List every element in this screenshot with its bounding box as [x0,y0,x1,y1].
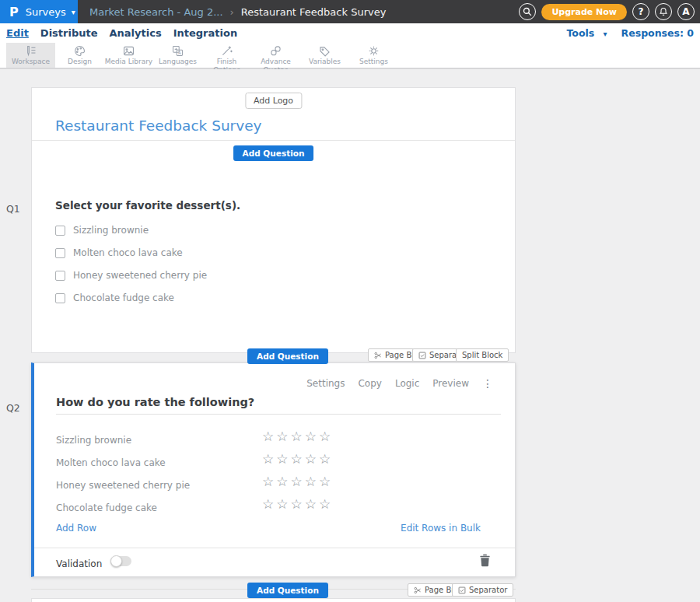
add-question-row-1: Add Question [247,348,328,364]
search-icon [523,7,532,16]
breadcrumb-chevron-icon: › [230,6,234,18]
kebab-menu-icon[interactable]: ⋮ [482,377,493,390]
divider [34,548,515,548]
star-icon[interactable]: ☆ [276,474,290,489]
avatar[interactable]: A [677,3,695,20]
q2-row-4-stars: ☆☆☆☆☆ [262,497,333,511]
toolbar-item-settings[interactable]: Settings [349,43,398,68]
star-icon[interactable]: ☆ [305,474,319,489]
trash-icon[interactable] [479,554,491,567]
list-item: Sizzling brownie [55,225,207,236]
star-icon[interactable]: ☆ [262,429,276,444]
q1-option-2-checkbox[interactable] [55,248,65,258]
star-icon[interactable]: ☆ [276,451,290,467]
tab-edit[interactable]: Edit [6,27,29,39]
q1-option-1-checkbox[interactable] [55,226,65,236]
add-row-link[interactable]: Add Row [56,523,96,534]
q1-question-text[interactable]: Select your favorite dessert(s). [55,199,240,212]
q2-rating-matrix: Sizzling brownie ☆☆☆☆☆ Molten choco lava… [56,432,501,522]
breadcrumb: Market Research - Aug 2... › Restaurant … [89,0,386,23]
q2-logic-button[interactable]: Logic [395,378,419,389]
q1-option-4-checkbox[interactable] [55,293,65,303]
star-icon[interactable]: ☆ [276,429,290,444]
q1-option-1-label[interactable]: Sizzling brownie [73,225,149,236]
star-icon[interactable]: ☆ [319,451,333,467]
toolbar-item-finish-options[interactable]: Finish Options [202,43,251,68]
q2-footer: Validation [56,555,491,568]
q2-copy-button[interactable]: Copy [358,378,381,389]
add-question-button-top[interactable]: Add Question [233,145,314,161]
separator-button-bottom[interactable]: Separator [452,583,513,597]
survey-header-card: Add Logo Restaurant Feedback Survey Add … [31,87,516,353]
questionpro-logo-area[interactable]: P Surveys ▾ [0,0,78,23]
list-item: Honey sweetened cherry pie [55,270,207,281]
tab-integration[interactable]: Integration [173,27,237,39]
star-icon[interactable]: ☆ [291,429,305,444]
toolbar-item-languages[interactable]: A Languages [153,43,202,68]
divider [32,140,515,141]
q2-row-2-label[interactable]: Molten choco lava cake [56,457,166,468]
q1-option-3-checkbox[interactable] [55,271,65,281]
star-icon[interactable]: ☆ [319,474,333,489]
q1-option-2-label[interactable]: Molten choco lava cake [73,247,183,258]
upgrade-now-button[interactable]: Upgrade Now [541,4,627,20]
breadcrumb-folder[interactable]: Market Research - Aug 2... [89,6,223,18]
palette-icon [73,44,86,58]
separator-check-icon [418,352,426,359]
notifications-button[interactable] [655,3,672,20]
star-icon[interactable]: ☆ [291,451,305,467]
add-logo-button[interactable]: Add Logo [245,93,302,109]
list-item: Molten choco lava cake [55,247,207,258]
help-button[interactable]: ? [632,3,649,20]
toolbar-item-workspace[interactable]: Workspace [6,43,55,68]
star-icon[interactable]: ☆ [262,474,276,489]
q1-option-4-label[interactable]: Chocolate fudge cake [73,292,174,303]
questionpro-logo: P [9,5,19,19]
add-question-button-mid[interactable]: Add Question [247,348,328,364]
q2-settings-button[interactable]: Settings [306,378,345,389]
tag-icon [318,44,331,58]
tools-menu[interactable]: Tools ▾ [566,27,607,39]
survey-title[interactable]: Restaurant Feedback Survey [55,117,262,134]
scissors-icon [414,586,422,594]
next-card-edge [31,598,516,602]
toolbar-item-design[interactable]: Design [55,43,104,68]
star-icon[interactable]: ☆ [319,429,333,444]
star-icon[interactable]: ☆ [305,429,319,444]
q2-question-text[interactable]: How do you rate the following? [56,396,254,408]
toolbar-item-advance-quotas[interactable]: Advance Quotas [251,43,300,68]
chevron-down-icon: ▾ [604,30,607,38]
q2-row-1-label[interactable]: Sizzling brownie [56,435,131,446]
q2-row-4-label[interactable]: Chocolate fudge cake [56,502,157,513]
tab-analytics[interactable]: Analytics [110,27,162,39]
star-icon[interactable]: ☆ [305,496,319,512]
question-code-q2: Q2 [6,402,20,414]
magic-wand-icon [220,44,233,58]
translate-icon: A [171,44,184,58]
split-block-button[interactable]: Split Block [456,348,509,362]
search-button[interactable] [519,3,536,20]
tab-distribute[interactable]: Distribute [40,27,98,39]
add-question-button-bottom[interactable]: Add Question [247,583,328,598]
star-icon[interactable]: ☆ [291,474,305,489]
toolbar-item-variables[interactable]: Variables [300,43,349,68]
toggle-knob [110,555,122,567]
q2-preview-button[interactable]: Preview [432,378,469,389]
nav-tabs: Edit Distribute Analytics Integration [6,23,237,43]
star-icon[interactable]: ☆ [262,496,276,512]
star-icon[interactable]: ☆ [305,451,319,467]
validation-toggle[interactable] [110,556,131,566]
star-icon[interactable]: ☆ [291,496,305,512]
star-icon[interactable]: ☆ [319,496,333,512]
star-icon[interactable]: ☆ [276,496,290,512]
star-icon[interactable]: ☆ [262,451,276,467]
q2-row-2-stars: ☆☆☆☆☆ [262,452,333,466]
q1-option-3-label[interactable]: Honey sweetened cherry pie [73,270,207,281]
chevron-down-icon: ▾ [72,8,75,16]
toolbar-item-media-library[interactable]: Media Library [104,43,153,68]
topbar-actions: Upgrade Now ? A [519,3,695,20]
edit-rows-in-bulk-link[interactable]: Edit Rows in Bulk [401,523,481,534]
responses-link[interactable]: Responses: 0 [621,27,694,39]
q2-row-3-label[interactable]: Honey sweetened cherry pie [56,480,190,491]
surveys-menu[interactable]: Surveys [26,6,66,18]
